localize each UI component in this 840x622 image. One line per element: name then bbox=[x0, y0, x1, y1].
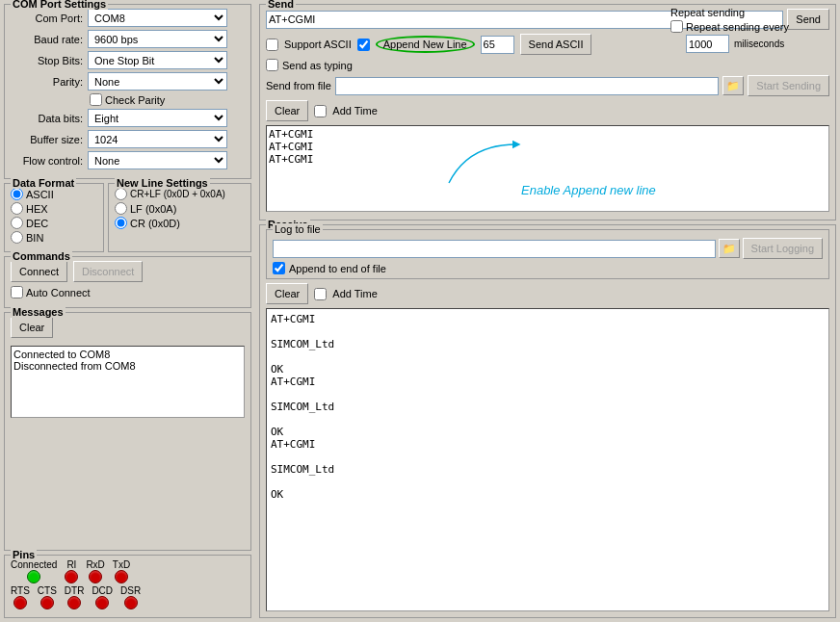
stop-bits-row: Stop Bits: One Stop Bit bbox=[11, 51, 245, 69]
cr-radio[interactable] bbox=[115, 217, 127, 229]
new-line-settings-group: New Line Settings CR+LF (0x0D + 0x0A) LF… bbox=[108, 183, 251, 252]
ascii-label: ASCII bbox=[26, 189, 54, 200]
com-port-label: Com Port: bbox=[11, 13, 83, 24]
repeat-ms-row: miliseconds bbox=[686, 35, 829, 53]
new-line-title: New Line Settings bbox=[115, 177, 210, 189]
append-new-line-checkbox[interactable] bbox=[357, 39, 370, 51]
data-bits-select[interactable]: Eight bbox=[88, 109, 227, 127]
pin-ri-led bbox=[65, 570, 78, 583]
pins-group: Pins Connected RI RxD TxD bbox=[4, 555, 251, 618]
pin-dcd-label: DCD bbox=[92, 585, 113, 596]
flow-control-row: Flow control: None bbox=[11, 151, 245, 169]
append-to-file-checkbox[interactable] bbox=[273, 262, 285, 274]
pin-txd-label: TxD bbox=[113, 559, 130, 570]
cr-radio-row: CR (0x0D) bbox=[115, 217, 245, 229]
repeat-every-label: Repeat sending every bbox=[686, 21, 789, 33]
flow-control-select[interactable]: None bbox=[88, 151, 227, 169]
start-sending-button[interactable]: Start Sending bbox=[748, 75, 829, 96]
crlf-radio[interactable] bbox=[115, 188, 127, 200]
send-as-typing-row: Send as typing bbox=[266, 59, 829, 71]
messages-clear-button[interactable]: Clear bbox=[11, 317, 53, 338]
append-to-file-label: Append to end of file bbox=[289, 263, 386, 274]
pin-cts-label: CTS bbox=[38, 585, 57, 596]
send-add-time-label: Add Time bbox=[332, 105, 377, 117]
bin-radio-row: BIN bbox=[11, 231, 97, 244]
dec-radio[interactable] bbox=[11, 217, 23, 229]
baud-rate-row: Baud rate: 9600 bps bbox=[11, 30, 245, 48]
buffer-size-label: Buffer size: bbox=[11, 134, 83, 145]
ascii-radio[interactable] bbox=[11, 188, 23, 200]
messages-text: Connected to COM8 Disconnected from COM8 bbox=[11, 346, 245, 418]
parity-label: Parity: bbox=[11, 76, 83, 88]
check-parity-checkbox[interactable] bbox=[90, 93, 102, 106]
com-port-row: Com Port: COM8 bbox=[11, 9, 245, 27]
data-format-title: Data Format bbox=[11, 177, 76, 189]
hex-radio[interactable] bbox=[11, 202, 23, 215]
receive-group: Receive Log to file 📁 Start Logging Appe… bbox=[259, 224, 836, 618]
connect-button[interactable]: Connect bbox=[11, 261, 67, 282]
receive-add-time-checkbox[interactable] bbox=[314, 288, 327, 300]
repeat-ms-input[interactable] bbox=[686, 35, 729, 53]
pin-dtr-label: DTR bbox=[65, 585, 85, 596]
append-new-line-label: Append New Line bbox=[376, 36, 475, 53]
messages-title: Messages bbox=[11, 306, 66, 318]
log-file-browse-button[interactable]: 📁 bbox=[719, 239, 740, 258]
commands-btn-row: Connect Disconnect bbox=[11, 261, 245, 282]
pin-cts: CTS bbox=[38, 585, 57, 609]
baud-rate-select[interactable]: 9600 bps bbox=[88, 30, 227, 48]
auto-connect-checkbox[interactable] bbox=[11, 286, 23, 298]
send-textarea-container: AT+CGMI AT+CGMI AT+CGMI Enable Append ne… bbox=[266, 125, 829, 214]
stop-bits-select[interactable]: One Stop Bit bbox=[88, 51, 227, 69]
bin-radio[interactable] bbox=[11, 231, 23, 244]
messages-group: Messages Clear Connected to COM8 Disconn… bbox=[4, 312, 251, 551]
start-logging-button[interactable]: Start Logging bbox=[743, 238, 823, 259]
dec-label: DEC bbox=[26, 218, 48, 229]
receive-clear-button[interactable]: Clear bbox=[266, 283, 308, 304]
commands-title: Commands bbox=[11, 250, 72, 262]
data-bits-label: Data bits: bbox=[11, 113, 83, 124]
send-file-input[interactable] bbox=[335, 77, 719, 95]
send-add-time-checkbox[interactable] bbox=[314, 105, 327, 117]
pin-connected: Connected bbox=[11, 559, 57, 583]
left-panel: COM Port Settings Com Port: COM8 Baud ra… bbox=[0, 0, 255, 622]
pins-row-2: RTS CTS DTR DCD DSR bbox=[11, 585, 245, 609]
buffer-size-row: Buffer size: 1024 bbox=[11, 130, 245, 148]
pin-connected-label: Connected bbox=[11, 559, 57, 570]
pin-dtr: DTR bbox=[65, 585, 85, 609]
receive-textarea[interactable]: AT+CGMI SIMCOM_Ltd OK AT+CGMI SIMCOM_Ltd… bbox=[266, 308, 829, 611]
com-port-select[interactable]: COM8 bbox=[88, 9, 227, 27]
pin-connected-led bbox=[27, 570, 40, 583]
commands-group: Commands Connect Disconnect Auto Connect bbox=[4, 256, 251, 308]
pins-row-1: Connected RI RxD TxD bbox=[11, 559, 245, 583]
auto-connect-label: Auto Connect bbox=[26, 287, 91, 298]
parity-select[interactable]: None bbox=[88, 72, 227, 91]
data-format-group: Data Format ASCII HEX DEC BIN bbox=[4, 183, 104, 252]
send-clear-button[interactable]: Clear bbox=[266, 100, 308, 121]
pin-txd: TxD bbox=[113, 559, 130, 583]
pin-cts-led bbox=[40, 596, 54, 609]
log-folder-icon: 📁 bbox=[722, 243, 736, 255]
pin-rxd-led bbox=[89, 570, 102, 583]
hex-label: HEX bbox=[26, 203, 48, 215]
support-ascii-checkbox[interactable] bbox=[266, 39, 278, 51]
pin-rts-label: RTS bbox=[11, 585, 30, 596]
repeat-checkbox[interactable] bbox=[670, 20, 683, 33]
right-panel: Send Repeat sending Repeat sending every… bbox=[255, 0, 840, 622]
lf-radio[interactable] bbox=[115, 202, 127, 215]
log-file-input[interactable] bbox=[273, 240, 716, 258]
send-ascii-num-input[interactable] bbox=[481, 36, 514, 54]
dec-radio-row: DEC bbox=[11, 217, 97, 229]
cr-label: CR (0x0D) bbox=[130, 218, 180, 229]
send-file-browse-button[interactable]: 📁 bbox=[722, 76, 744, 95]
receive-controls-row: Clear Add Time bbox=[266, 283, 829, 304]
send-textarea[interactable]: AT+CGMI AT+CGMI AT+CGMI bbox=[266, 125, 829, 212]
receive-log-row: Log to file 📁 Start Logging Append to en… bbox=[266, 229, 829, 279]
disconnect-button[interactable]: Disconnect bbox=[73, 261, 143, 282]
send-as-typing-checkbox[interactable] bbox=[266, 59, 278, 71]
send-ascii-button[interactable]: Send ASCII bbox=[520, 34, 592, 55]
send-from-file-row: Send from file 📁 Start Sending bbox=[266, 75, 829, 96]
buffer-size-select[interactable]: 1024 bbox=[88, 130, 227, 148]
repeat-sending-title: Repeat sending bbox=[670, 7, 829, 18]
support-ascii-label: Support ASCII bbox=[284, 39, 352, 50]
lf-radio-row: LF (0x0A) bbox=[115, 202, 245, 215]
